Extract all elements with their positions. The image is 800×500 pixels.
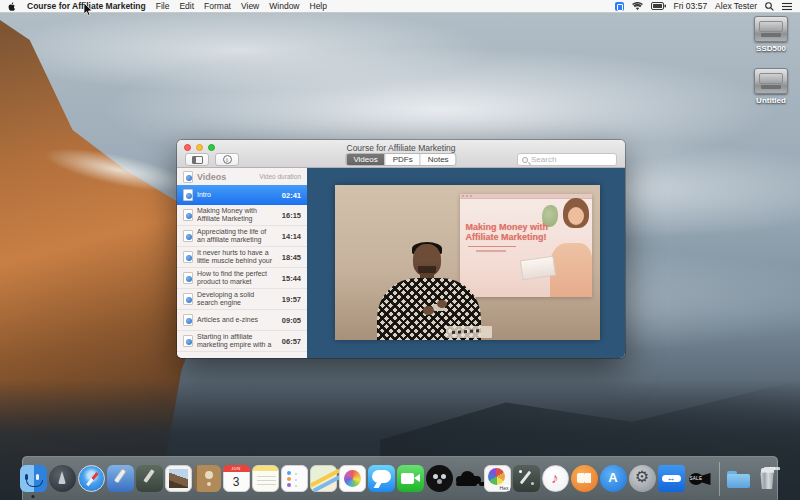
slide-woman-face (568, 207, 584, 225)
list-item[interactable]: Developing a solid search engine optimiz… (177, 289, 307, 310)
slide-title: Making Money with Affiliate Marketing! (466, 222, 565, 242)
menu-bar-user[interactable]: Alex Tester (715, 1, 757, 11)
menu-help[interactable]: Help (310, 1, 327, 11)
menu-format[interactable]: Format (204, 1, 231, 11)
dock-teamviewer-icon[interactable] (658, 465, 685, 492)
menu-bar-clock[interactable]: Fri 03:57 (674, 1, 708, 11)
video-title: It never hurts to have a little muscle b… (197, 249, 275, 265)
tab-videos[interactable]: Videos (346, 154, 385, 165)
dock-dev-tool-icon[interactable] (136, 465, 163, 492)
list-header-title: Videos (197, 172, 226, 182)
dock-messages-icon[interactable] (368, 465, 395, 492)
dock-itunes-icon[interactable] (542, 465, 569, 492)
video-title: Appreciating the life of an affiliate ma… (197, 228, 275, 244)
list-item[interactable]: Intro 02:41 (177, 185, 307, 205)
toggle-sidebar-button[interactable] (185, 153, 209, 166)
video-file-icon (183, 272, 193, 284)
desktop-icon-ssd500[interactable]: SSD500 (744, 16, 798, 53)
search-input[interactable] (531, 155, 612, 164)
dock-facetime-icon[interactable] (397, 465, 424, 492)
video-duration: 14:14 (282, 232, 301, 241)
video-file-icon (183, 171, 193, 183)
list-item[interactable]: How to find the perfect product to marke… (177, 268, 307, 289)
video-file-icon (183, 293, 193, 305)
tab-notes[interactable]: Notes (421, 154, 456, 165)
dock-trash-icon[interactable] (754, 465, 781, 492)
hex-label: Hex (499, 485, 510, 491)
menu-bar: Course for Affiliate Marketing File Edit… (0, 0, 800, 13)
window-title: Course for Affiliate Marketing (177, 143, 625, 153)
video-duration: 09:05 (282, 316, 301, 325)
dock-wand-app-icon[interactable] (513, 465, 540, 492)
dock-preview-photo-icon[interactable] (165, 465, 192, 492)
dock-app-store-icon[interactable] (600, 465, 627, 492)
video-sign (446, 326, 492, 338)
wifi-icon[interactable] (632, 2, 643, 11)
video-file-icon (183, 230, 193, 242)
dock-reminders-icon[interactable] (281, 465, 308, 492)
apple-menu-icon[interactable] (8, 2, 17, 11)
sidebar-icon (192, 156, 203, 164)
dock-system-preferences-icon[interactable] (629, 465, 656, 492)
notification-center-icon[interactable] (782, 2, 792, 11)
tab-pdfs[interactable]: PDFs (386, 154, 421, 165)
dock-finder-icon[interactable] (20, 465, 47, 492)
duration-column-header[interactable]: Video duration (259, 173, 301, 180)
spotlight-icon[interactable] (765, 2, 774, 11)
list-item[interactable]: It never hurts to have a little muscle b… (177, 247, 307, 268)
dock-downloads-folder-icon[interactable] (725, 465, 752, 492)
video-title: Making Money with Affiliate Marketing (197, 207, 275, 223)
desktop-icon-label: Untitled (744, 96, 798, 105)
list-item[interactable]: Starting in affiliate marketing empire w… (177, 331, 307, 352)
video-title: How to find the perfect product to marke… (197, 270, 275, 286)
app-window: Course for Affiliate Marketing i Videos … (177, 140, 625, 358)
video-file-icon (183, 251, 193, 263)
dock-people-app-icon[interactable] (426, 465, 453, 492)
dock-contacts-icon[interactable] (194, 465, 221, 492)
hard-drive-icon (754, 68, 788, 94)
menu-file[interactable]: File (156, 1, 170, 11)
sale-label: SALE (690, 476, 703, 481)
menu-edit[interactable]: Edit (179, 1, 194, 11)
search-field[interactable] (517, 153, 617, 166)
dock-sale-app-icon[interactable]: SALE (687, 465, 714, 492)
video-title: Developing a solid search engine optimiz… (197, 291, 275, 307)
hard-drive-icon (754, 16, 788, 42)
info-button[interactable]: i (215, 153, 239, 166)
video-title: Articles and e-zines (197, 316, 275, 324)
teamviewer-status-icon[interactable] (615, 2, 624, 11)
dock-car-app-icon[interactable] (455, 465, 482, 492)
dock-launchpad-icon[interactable] (49, 465, 76, 492)
dock-maps-icon[interactable] (310, 465, 337, 492)
menu-view[interactable]: View (241, 1, 259, 11)
dock-photos-icon[interactable] (339, 465, 366, 492)
video-duration: 18:45 (282, 253, 301, 262)
dock-xcode-icon[interactable] (107, 465, 134, 492)
video-file-icon (183, 314, 193, 326)
list-item[interactable]: Making Money with Affiliate Marketing 16… (177, 205, 307, 226)
title-bar[interactable]: Course for Affiliate Marketing i Videos … (177, 140, 625, 168)
video-duration: 16:15 (282, 211, 301, 220)
dock-separator (719, 462, 720, 496)
battery-icon[interactable] (651, 2, 666, 10)
info-icon: i (223, 155, 232, 164)
list-item[interactable]: Articles and e-zines 09:05 (177, 310, 307, 331)
video-file-icon (183, 189, 193, 201)
video-frame[interactable]: Making Money with Affiliate Marketing! (335, 185, 600, 340)
desktop-icon-untitled[interactable]: Untitled (744, 68, 798, 105)
dock-safari-icon[interactable] (78, 465, 105, 492)
dock-calendar-icon[interactable]: JUN 3 (223, 465, 250, 492)
search-icon (522, 157, 528, 163)
dock-notes-icon[interactable] (252, 465, 279, 492)
dock: JUN 3 Hex SALE (22, 456, 778, 500)
dock-hex-app-icon[interactable]: Hex (484, 465, 511, 492)
dock-ibooks-icon[interactable] (571, 465, 598, 492)
desktop: Course for Affiliate Marketing File Edit… (0, 0, 800, 500)
video-duration: 06:57 (282, 337, 301, 346)
video-file-icon (183, 209, 193, 221)
list-item[interactable]: Appreciating the life of an affiliate ma… (177, 226, 307, 247)
menu-window[interactable]: Window (269, 1, 299, 11)
video-title: Intro (197, 191, 275, 199)
video-duration: 15:44 (282, 274, 301, 283)
slide-woman (550, 243, 592, 296)
